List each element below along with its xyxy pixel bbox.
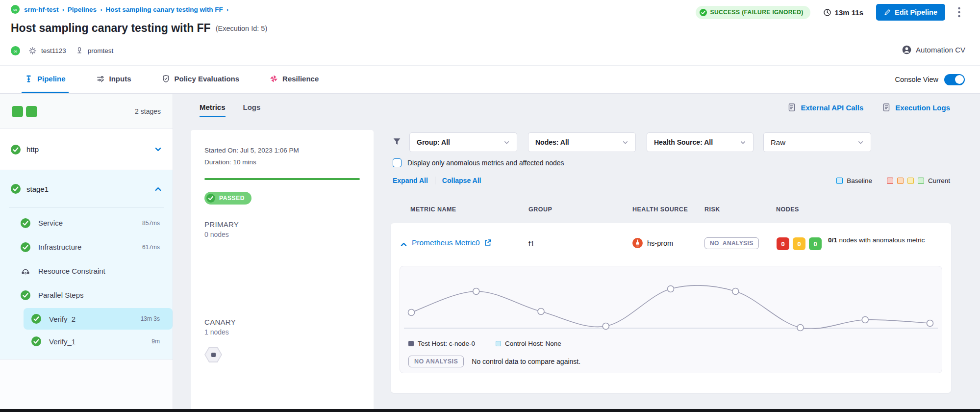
collapse-all-link[interactable]: Collapse All [442, 177, 481, 184]
no-analysis-message: No control data to compare against. [472, 358, 580, 365]
metric-chart-card: Test Host: c-node-0 Control Host: None N… [400, 266, 942, 373]
step-service[interactable]: Service 857ms [0, 211, 173, 235]
stage-status-square [26, 106, 37, 117]
metric-name-link[interactable]: Prometheus Metric0 [412, 238, 480, 247]
tab-resilience[interactable]: Resilience [267, 66, 322, 93]
success-check-icon [11, 145, 21, 154]
title-row: Host sampling canary testing with FF (Ex… [11, 22, 267, 35]
filter-funnel-icon[interactable] [392, 137, 402, 146]
sidebar-stage1-section: stage1 Service 857ms Infrastructure 617m… [0, 170, 173, 360]
step-duration: 9m [151, 338, 160, 345]
step-label: Verify_1 [49, 337, 75, 346]
expand-all-link[interactable]: Expand All [393, 177, 428, 184]
tab-inputs[interactable]: Inputs [93, 66, 134, 93]
stage-count: 2 stages [135, 107, 161, 115]
stage-status-square [12, 106, 23, 117]
chevron-up-icon[interactable] [154, 185, 162, 193]
more-options-kebab[interactable] [958, 7, 960, 18]
metric-row-header: Prometheus Metric0 f1 hs-prom NO_ANALYSI… [391, 223, 951, 264]
metric-chart-svg[interactable] [400, 270, 942, 344]
status-badge: SUCCESS (FAILURE IGNORED) [696, 6, 810, 19]
success-check-icon [21, 290, 30, 300]
chart-legend: Test Host: c-node-0 Control Host: None [408, 340, 561, 347]
user-chip[interactable]: Automation CV [902, 45, 965, 54]
step-parallel-steps[interactable]: Parallel Steps [0, 283, 173, 307]
tag-service[interactable]: promtest [88, 47, 114, 54]
tag-environment[interactable]: test1123 [41, 47, 66, 54]
metrics-panel: External API Calls Execution Logs Group:… [374, 94, 980, 409]
filter-row: Group: All Nodes: All Health Source: All… [374, 132, 980, 152]
chevron-down-icon[interactable] [154, 146, 162, 153]
clock-icon [823, 8, 831, 17]
control-host-swatch [496, 341, 501, 346]
sidebar-stage-stage1[interactable]: stage1 [0, 170, 173, 207]
anomalous-checkbox[interactable] [393, 158, 402, 167]
nodes-filter-dropdown[interactable]: Nodes: All [528, 132, 636, 152]
collapse-metric-chevron[interactable] [400, 241, 407, 248]
edit-pipeline-button[interactable]: Edit Pipeline [876, 4, 945, 21]
stage-http-label: http [26, 145, 39, 154]
svg-text:∞: ∞ [14, 48, 17, 53]
success-check-icon [21, 242, 30, 252]
step-verify-1[interactable]: Verify_1 9m [24, 331, 173, 352]
pipeline-execution-page: ∞ srm-hf-test Pipelines Host sampling ca… [0, 0, 980, 412]
success-check-icon [31, 336, 41, 346]
baseline-label: Baseline [847, 177, 872, 184]
chevron-down-icon [503, 139, 510, 146]
breadcrumb-project[interactable]: srm-hf-test [24, 6, 59, 13]
duration: Duration: 10 mins [204, 156, 360, 168]
health-source-filter-dropdown[interactable]: Health Source: All [647, 132, 754, 152]
page-header: ∞ srm-hf-test Pipelines Host sampling ca… [0, 0, 980, 65]
external-api-calls-link[interactable]: External API Calls [787, 103, 863, 112]
execution-logs-label: Execution Logs [895, 103, 950, 112]
execution-logs-link[interactable]: Execution Logs [882, 103, 950, 112]
chart-legend-key: Baseline Current [836, 175, 950, 186]
chevron-down-icon [740, 139, 746, 146]
group-filter-dropdown[interactable]: Group: All [409, 132, 517, 152]
step-verify-2[interactable]: Verify_2 13m 3s [24, 308, 173, 330]
current-swatch-orange [897, 178, 904, 184]
step-resource-constraint[interactable]: Resource Constraint [0, 259, 173, 283]
elapsed-text: 13m 11s [835, 8, 863, 17]
primary-node-count: 0 nodes [204, 231, 360, 238]
tab-logs[interactable]: Logs [243, 103, 261, 117]
data-type-dropdown[interactable]: Raw [763, 132, 871, 152]
tab-pipeline[interactable]: Pipeline [22, 66, 69, 93]
divider [9, 207, 164, 208]
tab-policy-evaluations[interactable]: Policy Evaluations [159, 66, 243, 93]
nodes-summary: 0/1 nodes with anomalous metric [828, 235, 951, 245]
status-text: SUCCESS (FAILURE IGNORED) [710, 9, 804, 16]
external-link-icon[interactable] [484, 239, 492, 247]
canary-node-hexagon[interactable] [204, 347, 360, 362]
breadcrumb-pipeline-name[interactable]: Host sampling canary testing with FF [105, 6, 223, 13]
tab-policy-evaluations-label: Policy Evaluations [175, 75, 240, 83]
nodes-filter-value: Nodes: All [535, 138, 569, 146]
passed-label: PASSED [219, 195, 245, 202]
node-count-red: 0 [777, 237, 789, 250]
health-source-name: hs-prom [647, 239, 673, 247]
prometheus-icon [632, 238, 643, 248]
col-nodes: NODES [776, 206, 799, 213]
sidebar-stage-http[interactable]: http [0, 129, 173, 170]
step-label: Parallel Steps [38, 291, 84, 299]
execution-id: (Execution Id: 5) [216, 25, 268, 32]
pipeline-icon [25, 75, 33, 83]
avatar-icon [902, 45, 911, 54]
breadcrumb: ∞ srm-hf-test Pipelines Host sampling ca… [11, 4, 232, 14]
step-duration: 617ms [142, 244, 160, 251]
success-check-icon [31, 314, 41, 324]
shield-check-icon [162, 75, 170, 83]
step-label: Infrastructure [38, 243, 81, 251]
step-label: Resource Constraint [38, 267, 105, 275]
step-duration: 13m 3s [141, 315, 160, 322]
tab-resilience-label: Resilience [282, 75, 319, 83]
chevron-down-icon [857, 139, 864, 146]
canary-label: CANARY [204, 318, 360, 326]
step-infrastructure[interactable]: Infrastructure 617ms [0, 235, 173, 259]
console-view-toggle[interactable] [944, 74, 965, 85]
chevron-down-icon [622, 139, 628, 146]
gear-icon [28, 47, 37, 55]
header-actions: SUCCESS (FAILURE IGNORED) 13m 11s Edit P… [696, 4, 960, 21]
tab-metrics[interactable]: Metrics [200, 103, 226, 117]
breadcrumb-pipelines[interactable]: Pipelines [68, 6, 97, 13]
